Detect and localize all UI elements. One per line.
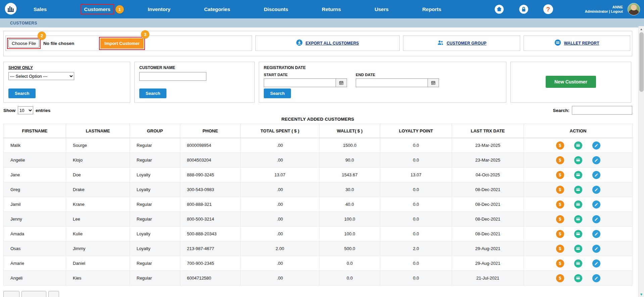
wallet-report-link[interactable]: WALLET REPORT [524, 36, 630, 51]
nav-inventory[interactable]: Inventory [148, 6, 170, 12]
vertical-scrollbar[interactable]: ▲ ▼ [638, 26, 644, 297]
start-date-calendar-icon[interactable] [336, 78, 347, 87]
user-avatar[interactable] [628, 3, 640, 15]
new-customer-button[interactable]: New Customer [546, 76, 596, 88]
cell-last-trx-date: 04-Oct-2025 [452, 168, 524, 182]
cell-wallet: 40.0 [319, 197, 380, 212]
history-icon[interactable]: $ [556, 259, 564, 268]
choose-file-button[interactable]: Choose File [8, 39, 39, 48]
cell-lastname: Klojo [66, 153, 130, 168]
scroll-down-icon[interactable]: ▼ [639, 291, 644, 297]
history-icon[interactable]: $ [556, 230, 564, 238]
wallet-card-icon[interactable] [574, 156, 582, 164]
cell-wallet: 0.0 [319, 256, 380, 271]
show-only-search-button[interactable]: Search [8, 88, 36, 98]
cell-wallet: 500.0 [319, 241, 380, 256]
end-date-input[interactable] [356, 78, 428, 87]
home-icon[interactable] [494, 4, 504, 14]
edit-icon[interactable] [592, 215, 600, 223]
wallet-card-icon[interactable] [574, 259, 582, 268]
end-date-calendar-icon[interactable] [428, 78, 439, 87]
wallet-card-icon[interactable] [574, 171, 582, 179]
page-size-select[interactable]: 10 [18, 106, 33, 114]
pagination-button[interactable] [21, 291, 46, 297]
history-icon[interactable]: $ [556, 200, 564, 209]
show-label: Show [3, 108, 15, 113]
wallet-card-icon[interactable] [574, 245, 582, 253]
table-header-row: FIRSTNAME LASTNAME GROUP PHONE TOTAL SPE… [4, 124, 633, 138]
app-logo[interactable] [4, 3, 17, 16]
edit-icon[interactable] [592, 141, 600, 150]
show-only-label: SHOW ONLY [8, 65, 125, 70]
table-row: Greg Drake Loyalty 300-543-0983 .00 30.0… [4, 182, 633, 197]
cell-total-spent: .00 [241, 256, 319, 271]
wallet-card-icon[interactable] [574, 186, 582, 194]
history-icon[interactable]: $ [556, 141, 564, 150]
history-icon[interactable]: $ [556, 274, 564, 282]
history-icon[interactable]: $ [556, 171, 564, 179]
history-icon[interactable]: $ [556, 186, 564, 194]
cell-firstname: Jane [4, 168, 66, 182]
nav-reports[interactable]: Reports [422, 6, 441, 12]
scrollbar-thumb[interactable] [639, 32, 644, 92]
start-date-input[interactable] [264, 78, 336, 87]
help-icon[interactable]: ? [543, 4, 553, 14]
cell-phone: 8004503204 [180, 153, 241, 168]
edit-icon[interactable] [592, 186, 600, 194]
export-all-customers-link[interactable]: EXPORT ALL CUSTOMERS [255, 36, 400, 51]
cell-firstname: Malik [4, 138, 66, 153]
edit-icon[interactable] [592, 200, 600, 209]
cell-lastname: Jimmy [66, 241, 130, 256]
cell-phone: 500-888-20343 [180, 227, 241, 241]
nav-customers[interactable]: Customers [81, 4, 114, 14]
cell-firstname: Angeli [4, 271, 66, 286]
wallet-card-icon[interactable] [574, 200, 582, 209]
edit-icon[interactable] [592, 259, 600, 268]
lock-icon[interactable] [519, 4, 529, 14]
col-group: GROUP [130, 124, 180, 138]
nav-sales[interactable]: Sales [34, 6, 47, 12]
registration-date-search-button[interactable]: Search [264, 88, 291, 98]
history-icon[interactable]: $ [556, 215, 564, 223]
cell-loyalty-point: 0.0 [380, 256, 452, 271]
nav-categories[interactable]: Categories [204, 6, 230, 12]
cell-last-trx-date: 08-Dec-2021 [452, 197, 524, 212]
history-icon[interactable]: $ [556, 245, 564, 253]
customer-group-link[interactable]: CUSTOMER GROUP [403, 36, 520, 51]
cell-total-spent: .00 [241, 197, 319, 212]
edit-icon[interactable] [592, 245, 600, 253]
cell-lastname: Sourge [66, 138, 130, 153]
edit-icon[interactable] [592, 230, 600, 238]
edit-icon[interactable] [592, 274, 600, 282]
wallet-card-icon[interactable] [574, 230, 582, 238]
end-date-label: END DATE [356, 73, 375, 77]
cell-firstname: Greg [4, 182, 66, 197]
entries-label: entries [36, 108, 50, 113]
logout-link[interactable]: Logout [611, 9, 623, 13]
cell-total-spent: 13.07 [241, 168, 319, 182]
cell-action: $ [524, 256, 633, 271]
edit-icon[interactable] [592, 156, 600, 164]
wallet-card-icon[interactable] [574, 274, 582, 282]
customer-name-search-button[interactable]: Search [139, 88, 166, 98]
nav-discounts[interactable]: Discounts [264, 6, 288, 12]
table-search-input[interactable] [572, 106, 632, 115]
customer-name-input[interactable] [139, 72, 206, 81]
import-customer-button[interactable]: Import Customer [100, 38, 144, 49]
wallet-card-icon[interactable] [574, 215, 582, 223]
cell-wallet: 90.0 [319, 153, 380, 168]
wallet-card-icon[interactable] [574, 141, 582, 150]
edit-icon[interactable] [592, 171, 600, 179]
show-only-select[interactable]: --- Select Option --- [8, 72, 74, 80]
nav-returns[interactable]: Returns [322, 6, 341, 12]
nav-users[interactable]: Users [375, 6, 389, 12]
history-icon[interactable]: $ [556, 156, 564, 164]
pagination-button[interactable] [48, 291, 59, 297]
table-search-label: Search: [553, 108, 569, 113]
pagination-button[interactable] [3, 291, 19, 297]
cell-last-trx-date: 23-Mar-2025 [452, 153, 524, 168]
cell-wallet: 0.0 [319, 271, 380, 286]
choose-file-annotation: Choose File 2 [7, 38, 41, 49]
scroll-up-icon[interactable]: ▲ [639, 26, 644, 32]
cell-lastname: Lee [66, 212, 130, 227]
